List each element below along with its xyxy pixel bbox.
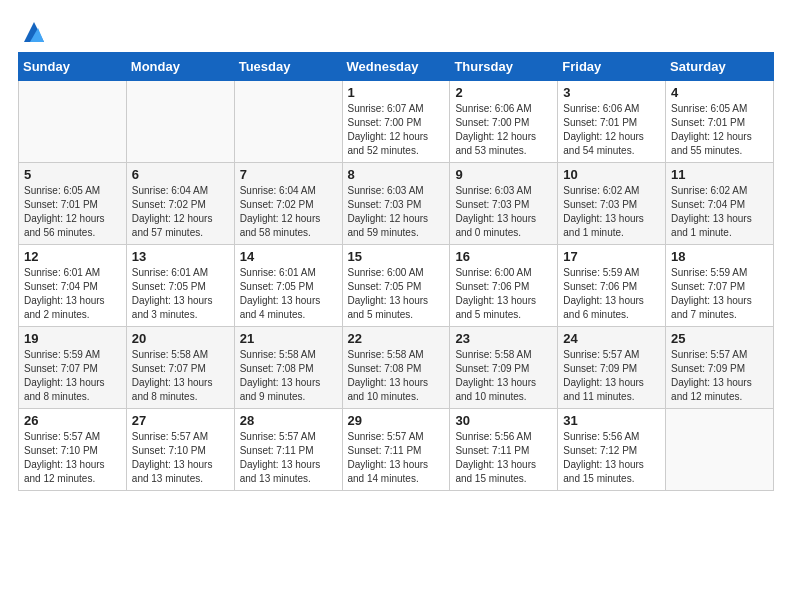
day-number: 1	[348, 85, 445, 100]
day-info: Sunrise: 5:57 AM Sunset: 7:11 PM Dayligh…	[240, 430, 337, 486]
day-number: 24	[563, 331, 660, 346]
day-info: Sunrise: 5:56 AM Sunset: 7:11 PM Dayligh…	[455, 430, 552, 486]
col-header-wednesday: Wednesday	[342, 53, 450, 81]
calendar-cell: 30Sunrise: 5:56 AM Sunset: 7:11 PM Dayli…	[450, 409, 558, 491]
week-row-2: 12Sunrise: 6:01 AM Sunset: 7:04 PM Dayli…	[19, 245, 774, 327]
calendar-cell: 1Sunrise: 6:07 AM Sunset: 7:00 PM Daylig…	[342, 81, 450, 163]
day-number: 26	[24, 413, 121, 428]
day-info: Sunrise: 5:58 AM Sunset: 7:09 PM Dayligh…	[455, 348, 552, 404]
day-number: 14	[240, 249, 337, 264]
day-number: 30	[455, 413, 552, 428]
calendar-cell: 9Sunrise: 6:03 AM Sunset: 7:03 PM Daylig…	[450, 163, 558, 245]
logo-icon	[20, 18, 48, 46]
day-number: 13	[132, 249, 229, 264]
calendar-cell: 16Sunrise: 6:00 AM Sunset: 7:06 PM Dayli…	[450, 245, 558, 327]
col-header-tuesday: Tuesday	[234, 53, 342, 81]
day-info: Sunrise: 6:05 AM Sunset: 7:01 PM Dayligh…	[671, 102, 768, 158]
day-info: Sunrise: 5:57 AM Sunset: 7:10 PM Dayligh…	[132, 430, 229, 486]
day-info: Sunrise: 6:04 AM Sunset: 7:02 PM Dayligh…	[240, 184, 337, 240]
day-number: 5	[24, 167, 121, 182]
calendar-cell: 13Sunrise: 6:01 AM Sunset: 7:05 PM Dayli…	[126, 245, 234, 327]
calendar-cell: 27Sunrise: 5:57 AM Sunset: 7:10 PM Dayli…	[126, 409, 234, 491]
day-info: Sunrise: 5:59 AM Sunset: 7:07 PM Dayligh…	[671, 266, 768, 322]
calendar-cell: 5Sunrise: 6:05 AM Sunset: 7:01 PM Daylig…	[19, 163, 127, 245]
day-number: 3	[563, 85, 660, 100]
day-info: Sunrise: 5:57 AM Sunset: 7:10 PM Dayligh…	[24, 430, 121, 486]
week-row-4: 26Sunrise: 5:57 AM Sunset: 7:10 PM Dayli…	[19, 409, 774, 491]
page: SundayMondayTuesdayWednesdayThursdayFrid…	[0, 0, 792, 509]
col-header-sunday: Sunday	[19, 53, 127, 81]
day-info: Sunrise: 5:56 AM Sunset: 7:12 PM Dayligh…	[563, 430, 660, 486]
calendar-cell: 17Sunrise: 5:59 AM Sunset: 7:06 PM Dayli…	[558, 245, 666, 327]
day-info: Sunrise: 5:59 AM Sunset: 7:06 PM Dayligh…	[563, 266, 660, 322]
header-row: SundayMondayTuesdayWednesdayThursdayFrid…	[19, 53, 774, 81]
day-number: 16	[455, 249, 552, 264]
day-number: 7	[240, 167, 337, 182]
calendar-cell: 6Sunrise: 6:04 AM Sunset: 7:02 PM Daylig…	[126, 163, 234, 245]
day-number: 19	[24, 331, 121, 346]
day-number: 31	[563, 413, 660, 428]
header	[18, 18, 774, 42]
day-number: 8	[348, 167, 445, 182]
day-info: Sunrise: 6:02 AM Sunset: 7:04 PM Dayligh…	[671, 184, 768, 240]
calendar-cell: 20Sunrise: 5:58 AM Sunset: 7:07 PM Dayli…	[126, 327, 234, 409]
day-info: Sunrise: 6:01 AM Sunset: 7:05 PM Dayligh…	[240, 266, 337, 322]
calendar-cell	[234, 81, 342, 163]
day-info: Sunrise: 5:58 AM Sunset: 7:07 PM Dayligh…	[132, 348, 229, 404]
calendar-cell: 22Sunrise: 5:58 AM Sunset: 7:08 PM Dayli…	[342, 327, 450, 409]
day-number: 11	[671, 167, 768, 182]
calendar-cell: 21Sunrise: 5:58 AM Sunset: 7:08 PM Dayli…	[234, 327, 342, 409]
calendar-cell	[666, 409, 774, 491]
logo	[18, 18, 48, 42]
calendar-cell: 7Sunrise: 6:04 AM Sunset: 7:02 PM Daylig…	[234, 163, 342, 245]
week-row-0: 1Sunrise: 6:07 AM Sunset: 7:00 PM Daylig…	[19, 81, 774, 163]
day-number: 15	[348, 249, 445, 264]
day-info: Sunrise: 5:57 AM Sunset: 7:11 PM Dayligh…	[348, 430, 445, 486]
day-number: 28	[240, 413, 337, 428]
day-info: Sunrise: 6:05 AM Sunset: 7:01 PM Dayligh…	[24, 184, 121, 240]
day-info: Sunrise: 6:03 AM Sunset: 7:03 PM Dayligh…	[348, 184, 445, 240]
calendar-cell: 10Sunrise: 6:02 AM Sunset: 7:03 PM Dayli…	[558, 163, 666, 245]
day-info: Sunrise: 5:59 AM Sunset: 7:07 PM Dayligh…	[24, 348, 121, 404]
day-number: 6	[132, 167, 229, 182]
calendar-cell: 26Sunrise: 5:57 AM Sunset: 7:10 PM Dayli…	[19, 409, 127, 491]
calendar-cell: 3Sunrise: 6:06 AM Sunset: 7:01 PM Daylig…	[558, 81, 666, 163]
calendar-table: SundayMondayTuesdayWednesdayThursdayFrid…	[18, 52, 774, 491]
col-header-saturday: Saturday	[666, 53, 774, 81]
calendar-cell: 2Sunrise: 6:06 AM Sunset: 7:00 PM Daylig…	[450, 81, 558, 163]
col-header-friday: Friday	[558, 53, 666, 81]
day-number: 22	[348, 331, 445, 346]
calendar-cell	[126, 81, 234, 163]
day-number: 9	[455, 167, 552, 182]
calendar-cell: 14Sunrise: 6:01 AM Sunset: 7:05 PM Dayli…	[234, 245, 342, 327]
day-info: Sunrise: 6:00 AM Sunset: 7:06 PM Dayligh…	[455, 266, 552, 322]
calendar-cell: 24Sunrise: 5:57 AM Sunset: 7:09 PM Dayli…	[558, 327, 666, 409]
calendar-cell: 19Sunrise: 5:59 AM Sunset: 7:07 PM Dayli…	[19, 327, 127, 409]
calendar-cell: 31Sunrise: 5:56 AM Sunset: 7:12 PM Dayli…	[558, 409, 666, 491]
day-info: Sunrise: 5:58 AM Sunset: 7:08 PM Dayligh…	[240, 348, 337, 404]
day-number: 2	[455, 85, 552, 100]
day-info: Sunrise: 5:58 AM Sunset: 7:08 PM Dayligh…	[348, 348, 445, 404]
calendar-cell: 23Sunrise: 5:58 AM Sunset: 7:09 PM Dayli…	[450, 327, 558, 409]
day-number: 10	[563, 167, 660, 182]
day-info: Sunrise: 6:01 AM Sunset: 7:04 PM Dayligh…	[24, 266, 121, 322]
day-info: Sunrise: 6:01 AM Sunset: 7:05 PM Dayligh…	[132, 266, 229, 322]
day-number: 4	[671, 85, 768, 100]
day-number: 20	[132, 331, 229, 346]
week-row-3: 19Sunrise: 5:59 AM Sunset: 7:07 PM Dayli…	[19, 327, 774, 409]
col-header-monday: Monday	[126, 53, 234, 81]
day-number: 21	[240, 331, 337, 346]
week-row-1: 5Sunrise: 6:05 AM Sunset: 7:01 PM Daylig…	[19, 163, 774, 245]
day-info: Sunrise: 5:57 AM Sunset: 7:09 PM Dayligh…	[671, 348, 768, 404]
calendar-cell: 12Sunrise: 6:01 AM Sunset: 7:04 PM Dayli…	[19, 245, 127, 327]
calendar-cell: 4Sunrise: 6:05 AM Sunset: 7:01 PM Daylig…	[666, 81, 774, 163]
calendar-cell: 8Sunrise: 6:03 AM Sunset: 7:03 PM Daylig…	[342, 163, 450, 245]
col-header-thursday: Thursday	[450, 53, 558, 81]
day-number: 18	[671, 249, 768, 264]
day-number: 12	[24, 249, 121, 264]
calendar-cell	[19, 81, 127, 163]
day-number: 29	[348, 413, 445, 428]
day-info: Sunrise: 6:06 AM Sunset: 7:00 PM Dayligh…	[455, 102, 552, 158]
day-number: 23	[455, 331, 552, 346]
day-info: Sunrise: 6:02 AM Sunset: 7:03 PM Dayligh…	[563, 184, 660, 240]
